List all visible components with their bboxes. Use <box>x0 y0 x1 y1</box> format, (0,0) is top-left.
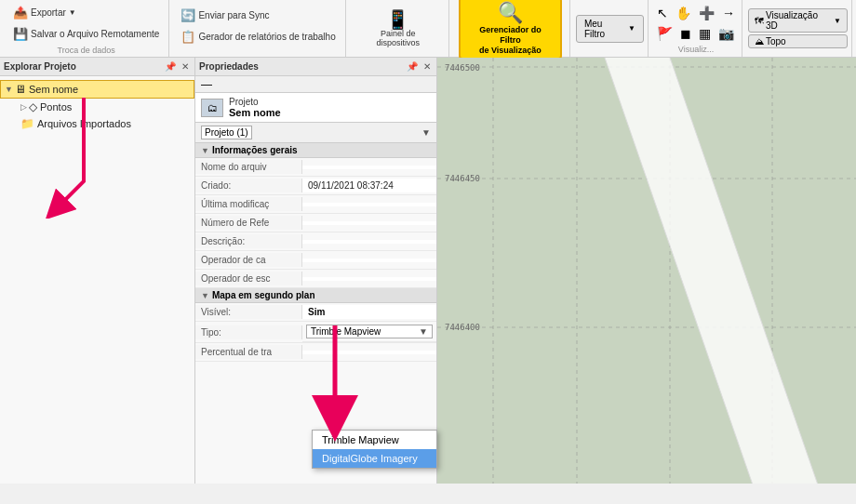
camera-icon[interactable]: 📷 <box>716 24 737 43</box>
sidebar-close-button[interactable]: ✕ <box>180 61 191 72</box>
project-select[interactable]: Projeto (1) <box>201 126 252 139</box>
modified-value[interactable] <box>302 203 436 206</box>
created-value: 09/11/2021 08:37:24 <box>302 179 436 192</box>
export-arrow-icon: ▼ <box>69 8 76 17</box>
sync-report-group: 🔄 Enviar para Sync 📋 Gerador de relatóri… <box>171 0 345 57</box>
tipo-dropdown-container: Trimble Mapview ▼ <box>302 322 436 342</box>
folder-icon: 📁 <box>20 117 34 130</box>
properties-collapse-icon[interactable]: — <box>201 78 212 91</box>
project-info: Projeto Sem nome <box>229 97 281 118</box>
grid-label-7446450: 7446450 <box>445 174 480 183</box>
refnum-value[interactable] <box>302 221 436 225</box>
select-arrow-icon[interactable]: ▼ <box>421 127 431 138</box>
tipo-dropdown[interactable]: Trimble Mapview ▼ <box>306 325 433 338</box>
map-canvas[interactable]: 7446500 7446450 7446400 <box>437 58 856 484</box>
square-icon[interactable]: ◼ <box>677 24 694 43</box>
tree-arrow-icon: ▼ <box>5 85 13 94</box>
prop-row-created: Criado: 09/11/2021 08:37:24 <box>195 177 436 195</box>
view3d-group: 🗺 Visualização 3D ▼ ⛰ Topo <box>744 0 852 57</box>
visible-value[interactable]: Sim <box>302 305 436 319</box>
prop-row-tipo: Tipo: Trimble Mapview ▼ <box>195 322 436 343</box>
visualiza-label: Visualiz... <box>654 45 738 54</box>
properties-panel: Propriedades 📌 ✕ — 🗂 Projeto Sem nome Pr… <box>195 58 437 484</box>
prop-row-op-ca: Operador de ca <box>195 251 436 270</box>
properties-title: Propriedades <box>199 61 259 72</box>
filename-label: Nome do arquiv <box>195 160 302 174</box>
project-name: Sem nome <box>229 107 281 118</box>
sync-icon: 🔄 <box>181 8 195 22</box>
visible-label: Visível: <box>195 305 302 319</box>
dropdown-option-trimble[interactable]: Trimble Mapview <box>313 431 436 449</box>
map-view: Vista em Planta [Meu Filtro] ✕ <box>437 58 856 484</box>
properties-pin-button[interactable]: 📌 <box>405 61 420 72</box>
created-label: Criado: <box>195 179 302 192</box>
properties-header: Propriedades 📌 ✕ <box>195 58 436 76</box>
background-map-section[interactable]: ▼ Mapa em segundo plan <box>195 288 436 303</box>
sidebar-pin-button[interactable]: 📌 <box>163 61 178 72</box>
move-icon[interactable]: ↖ <box>654 4 671 22</box>
topo-icon: ⛰ <box>755 36 764 46</box>
tree-arrow-pontos-icon: ▷ <box>20 102 27 112</box>
sync-button[interactable]: 🔄 Enviar para Sync <box>175 6 341 25</box>
prop-row-refnum: Número de Refe <box>195 214 436 232</box>
dropdown-option-digitalglobe[interactable]: DigitalGlobe Imagery <box>313 449 436 468</box>
filter-manager-group: 🔍 Gerenciador do Filtro de Visualização <box>451 0 570 57</box>
panel-icon: 📱 <box>386 10 409 29</box>
percentual-value[interactable] <box>302 351 436 354</box>
collapse-general-icon: ▼ <box>201 146 209 155</box>
sidebar-tree: ▼ 🖥 Sem nome ▷ ◇ Pontos 📁 Arquivos Impor… <box>0 76 194 484</box>
op-ca-label: Operador de ca <box>195 253 302 267</box>
project-icon: 🗂 <box>201 99 223 117</box>
background-map-label: Mapa em segundo plan <box>212 290 315 300</box>
project-label: Projeto <box>229 97 281 107</box>
hand-icon[interactable]: ✋ <box>673 4 694 22</box>
general-info-section[interactable]: ▼ Informações gerais <box>195 143 436 158</box>
troca-label: Troca de dados <box>7 46 165 55</box>
meu-filtro-button[interactable]: Meu Filtro ▼ <box>576 15 644 43</box>
viz3d-button[interactable]: 🗺 Visualização 3D ▼ <box>748 8 848 33</box>
tipo-dropdown-arrow-icon: ▼ <box>419 326 428 337</box>
sidebar: Explorar Projeto 📌 ✕ ▼ 🖥 Sem nome ▷ ◇ Po… <box>0 58 195 484</box>
sidebar-title: Explorar Projeto <box>4 61 76 72</box>
flag-icon[interactable]: 🚩 <box>654 24 675 43</box>
panel-button[interactable]: 📱 Painel de dispositivos <box>354 7 443 50</box>
export-icon: 📤 <box>13 6 28 20</box>
grid-label-7446400: 7446400 <box>445 323 480 332</box>
export-button[interactable]: 📤 Exportar ▼ <box>7 3 165 22</box>
project-bar: 🗂 Projeto Sem nome <box>195 93 436 123</box>
desc-label: Descrição: <box>195 234 302 248</box>
viz-icon-row2: 🚩 ◼ ▦ 📷 <box>654 24 738 43</box>
refnum-label: Número de Refe <box>195 216 302 230</box>
properties-header-buttons: 📌 ✕ <box>405 61 433 72</box>
prop-row-visible: Visível: Sim <box>195 303 436 322</box>
percentual-label: Percentual de tra <box>195 345 302 359</box>
filename-value[interactable] <box>302 166 436 169</box>
filter-manager-button[interactable]: 🔍 Gerenciador do Filtro de Visualização <box>459 0 562 60</box>
grid-icon[interactable]: ▦ <box>696 24 714 43</box>
viz-tools-group: ↖ ✋ ➕ → 🚩 ◼ ▦ 📷 Visualiz... <box>650 0 742 57</box>
meu-filtro-group: Meu Filtro ▼ <box>572 0 649 57</box>
op-esc-value[interactable] <box>302 277 436 281</box>
plus-icon[interactable]: ➕ <box>696 4 717 22</box>
op-esc-label: Operador de esc <box>195 272 302 285</box>
tipo-label: Tipo: <box>195 325 302 339</box>
desc-value[interactable] <box>302 240 436 244</box>
topo-button[interactable]: ⛰ Topo <box>748 34 848 48</box>
save-remote-button[interactable]: 💾 Salvar o Arquivo Remotamente <box>7 24 165 44</box>
op-ca-value[interactable] <box>302 259 436 262</box>
prop-row-op-esc: Operador de esc <box>195 270 436 288</box>
properties-select-bar: Projeto (1) ▼ <box>195 123 436 143</box>
sidebar-item-arquivos[interactable]: 📁 Arquivos Importados <box>0 115 194 132</box>
sidebar-item-pontos[interactable]: ▷ ◇ Pontos <box>0 99 194 115</box>
meu-filtro-arrow-icon: ▼ <box>628 24 635 33</box>
report-button[interactable]: 📋 Gerador de relatórios de trabalho <box>175 27 341 46</box>
save-remote-icon: 💾 <box>13 27 28 41</box>
prop-row-filename: Nome do arquiv <box>195 158 436 177</box>
sidebar-pontos-label: Pontos <box>40 101 72 113</box>
map-svg <box>437 58 856 484</box>
arrow-right-icon[interactable]: → <box>719 4 738 22</box>
sidebar-item-semname[interactable]: ▼ 🖥 Sem nome <box>0 80 194 99</box>
report-icon: 📋 <box>181 30 195 44</box>
tipo-dropdown-popup: Trimble Mapview DigitalGlobe Imagery <box>312 430 437 469</box>
properties-close-button[interactable]: ✕ <box>421 61 433 72</box>
